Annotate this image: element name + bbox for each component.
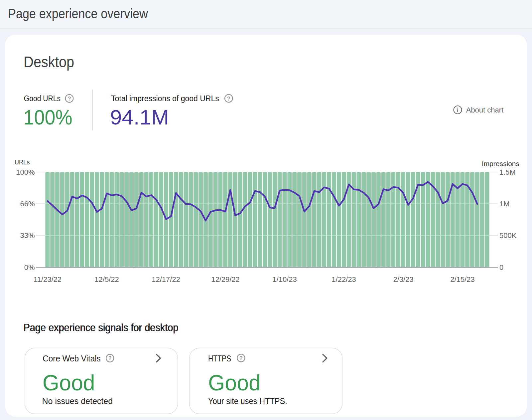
svg-text:Desktop: Desktop xyxy=(24,53,74,71)
svg-text:No issues detected: No issues detected xyxy=(42,396,113,406)
svg-text:?: ? xyxy=(108,355,112,361)
svg-text:12/29/22: 12/29/22 xyxy=(211,275,240,284)
svg-text:500K: 500K xyxy=(499,231,517,240)
svg-text:Impressions: Impressions xyxy=(482,160,519,167)
svg-text:0%: 0% xyxy=(24,263,35,272)
svg-text:12/5/22: 12/5/22 xyxy=(94,275,119,284)
svg-text:Good: Good xyxy=(43,370,95,395)
svg-text:?: ? xyxy=(227,96,230,102)
svg-text:2/3/23: 2/3/23 xyxy=(393,275,413,284)
svg-text:Good URLs: Good URLs xyxy=(24,94,61,103)
svg-text:11/23/22: 11/23/22 xyxy=(34,275,62,284)
svg-text:0: 0 xyxy=(499,263,503,272)
svg-text:100%: 100% xyxy=(16,168,35,176)
svg-text:Total impressions of good URLs: Total impressions of good URLs xyxy=(111,94,219,103)
svg-text:?: ? xyxy=(239,355,243,361)
svg-text:Page experience overview: Page experience overview xyxy=(8,6,148,21)
svg-text:2/15/23: 2/15/23 xyxy=(450,275,474,284)
svg-text:?: ? xyxy=(67,96,71,102)
svg-text:12/17/22: 12/17/22 xyxy=(152,275,180,284)
svg-text:1/10/23: 1/10/23 xyxy=(272,275,297,284)
svg-text:About chart: About chart xyxy=(466,106,504,114)
svg-text:1.5M: 1.5M xyxy=(499,168,516,176)
svg-text:94.1M: 94.1M xyxy=(110,105,169,129)
svg-text:Your site uses HTTPS.: Your site uses HTTPS. xyxy=(208,396,287,406)
svg-text:1/22/23: 1/22/23 xyxy=(332,275,356,284)
svg-text:Core Web Vitals: Core Web Vitals xyxy=(43,354,100,363)
svg-text:100%: 100% xyxy=(24,105,72,129)
svg-text:URLs: URLs xyxy=(15,158,30,166)
svg-text:HTTPS: HTTPS xyxy=(208,354,231,363)
svg-text:1M: 1M xyxy=(499,200,510,208)
svg-text:66%: 66% xyxy=(20,200,35,208)
svg-text:Good: Good xyxy=(208,370,261,395)
svg-text:33%: 33% xyxy=(20,231,35,240)
svg-text:Page experience signals for de: Page experience signals for desktop xyxy=(24,321,179,333)
